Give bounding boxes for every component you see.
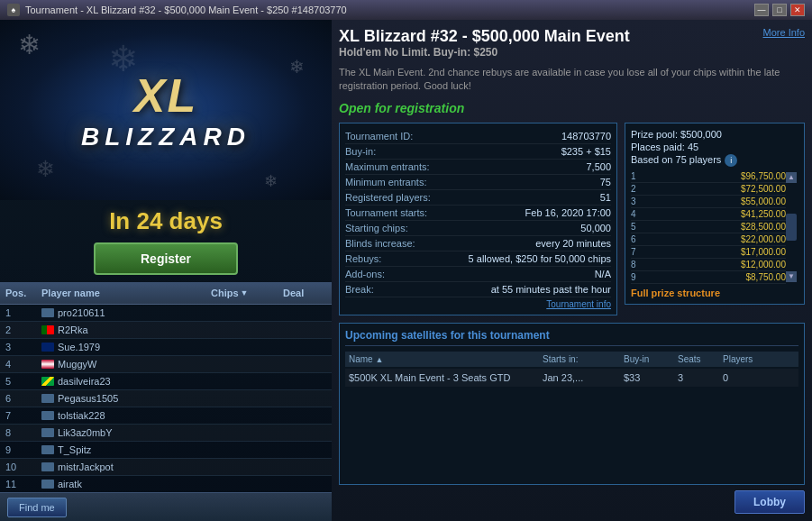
xl-banner: XLBLIZZARD ❄ ❄ ❄ ❄ ❄	[0, 20, 332, 200]
find-me-button[interactable]: Find me	[7, 498, 67, 517]
sat-row[interactable]: $500K XL Main Event - 3 Seats GTD Jan 23…	[345, 369, 798, 387]
player-name: R2Rka	[58, 324, 88, 335]
player-flag	[41, 360, 54, 369]
pos-cell: 8	[0, 425, 36, 440]
tournament-info-link[interactable]: Tournament info	[345, 297, 611, 309]
window-controls[interactable]: — □ ✕	[754, 4, 805, 16]
prize-scroll-down[interactable]: ▼	[786, 271, 797, 282]
name-cell: Pegasus1505	[36, 391, 205, 406]
open-registration-label: Open for registration	[339, 101, 805, 115]
prize-amount: $8,750.00	[746, 272, 787, 282]
info-value: Feb 16, 2020 17:00	[525, 207, 611, 218]
sat-name: $500K XL Main Event - 3 Seats GTD	[349, 372, 543, 383]
prize-pool-text: Prize pool: $500,000	[631, 129, 798, 140]
name-cell: mistrJackpot	[36, 460, 205, 474]
info-row: Minimum entrants: 75	[345, 175, 611, 190]
close-button[interactable]: ✕	[790, 4, 805, 16]
window-title: Tournament - XL Blizzard #32 - $500,000 …	[25, 5, 754, 15]
name-cell: Lik3az0mbY	[36, 425, 205, 440]
prize-row: 2 $72,500.00	[631, 183, 786, 196]
player-flag	[41, 428, 54, 437]
sat-starts: Jan 23,...	[543, 372, 624, 383]
info-value: 50,000	[580, 223, 611, 233]
table-row[interactable]: 9 T_Spitz	[0, 442, 332, 459]
player-flag	[41, 411, 54, 420]
deal-cell	[278, 391, 332, 406]
sat-players: 0	[723, 372, 795, 383]
prize-place: 4	[631, 209, 649, 219]
info-label: Rebuys:	[345, 253, 381, 264]
sat-col-header-2: Buy-in	[624, 354, 678, 364]
chips-cell	[205, 323, 278, 337]
chips-header: Chips ▼	[205, 284, 278, 302]
prize-row: 6 $22,000.00	[631, 233, 786, 246]
info-value: 75	[600, 177, 611, 187]
table-row[interactable]: 11 airatk	[0, 476, 332, 492]
table-row[interactable]: 3 Sue.1979	[0, 339, 332, 356]
name-cell: R2Rka	[36, 323, 205, 337]
prize-amount: $41,250.00	[741, 209, 786, 219]
full-prize-link[interactable]: Full prize structure	[631, 288, 798, 298]
player-flag	[41, 462, 54, 471]
deal-header: Deal	[278, 284, 332, 302]
chips-cell	[205, 357, 278, 371]
prize-scroll-up[interactable]: ▲	[786, 172, 797, 183]
prize-place: 2	[631, 184, 649, 194]
player-name: pro210611	[58, 307, 105, 318]
maximize-button[interactable]: □	[772, 4, 787, 16]
info-value: $235 + $15	[561, 146, 611, 157]
tournament-header: XL Blizzard #32 - $500,000 Main Event Ho…	[339, 27, 805, 62]
player-table-container: Pos. Player name Chips ▼ Deal 1 pro21061…	[0, 282, 332, 492]
prize-row: 8 $12,000.00	[631, 259, 786, 271]
register-button[interactable]: Register	[94, 242, 238, 275]
deal-cell	[278, 477, 332, 491]
info-icon[interactable]: i	[725, 154, 737, 167]
prize-place: 5	[631, 222, 649, 232]
player-name: mistrJackpot	[58, 462, 114, 472]
sat-col-header-1: Starts in:	[543, 354, 624, 364]
table-row[interactable]: 1 pro210611	[0, 305, 332, 322]
satellites-section: Upcoming satellites for this tournament …	[339, 323, 805, 485]
info-label: Tournament starts:	[345, 207, 427, 218]
prize-amount: $28,500.00	[741, 222, 786, 232]
sat-col-header-4: Players	[723, 354, 795, 364]
info-value: every 20 minutes	[535, 238, 611, 249]
player-name: airatk	[58, 479, 82, 489]
blizzard-text: BLIZZARD	[81, 123, 251, 151]
info-label: Minimum entrants:	[345, 177, 426, 187]
title-bar: ♠ Tournament - XL Blizzard #32 - $500,00…	[0, 0, 812, 20]
tournament-info-box: Tournament ID: 148703770 Buy-in: $235 + …	[339, 123, 617, 315]
info-row: Buy-in: $235 + $15	[345, 144, 611, 160]
sat-body: $500K XL Main Event - 3 Seats GTD Jan 23…	[345, 369, 798, 387]
table-row[interactable]: 5 dasilveira23	[0, 373, 332, 390]
pos-cell: 6	[0, 391, 36, 406]
minimize-button[interactable]: —	[754, 4, 769, 16]
lobby-button[interactable]: Lobby	[734, 490, 805, 514]
name-cell: tolstiak228	[36, 408, 205, 423]
more-info-link[interactable]: More Info	[763, 27, 805, 38]
name-cell: MuggyW	[36, 357, 205, 371]
deal-cell	[278, 425, 332, 440]
prize-amount: $17,000.00	[741, 247, 786, 257]
description-text: The XL Main Event. 2nd chance rebuys are…	[339, 66, 805, 94]
table-row[interactable]: 7 tolstiak228	[0, 407, 332, 425]
table-row[interactable]: 2 R2Rka	[0, 322, 332, 339]
player-name: T_Spitz	[58, 444, 91, 455]
prize-place: 3	[631, 197, 649, 206]
info-value: N/A	[595, 269, 611, 279]
sat-col-header-3: Seats	[678, 354, 723, 364]
name-cell: airatk	[36, 477, 205, 491]
info-panels: Tournament ID: 148703770 Buy-in: $235 + …	[339, 123, 805, 315]
sort-icon[interactable]: ▼	[241, 288, 249, 297]
info-row: Add-ons: N/A	[345, 267, 611, 282]
table-row[interactable]: 8 Lik3az0mbY	[0, 425, 332, 442]
pos-cell: 10	[0, 460, 36, 474]
table-row[interactable]: 6 Pegasus1505	[0, 390, 332, 407]
prize-row: 5 $28,500.00	[631, 221, 786, 233]
table-row[interactable]: 10 mistrJackpot	[0, 459, 332, 476]
table-row[interactable]: 4 MuggyW	[0, 356, 332, 373]
chips-cell	[205, 340, 278, 354]
pos-header: Pos.	[0, 284, 36, 302]
pos-cell: 3	[0, 340, 36, 354]
deal-cell	[278, 340, 332, 354]
